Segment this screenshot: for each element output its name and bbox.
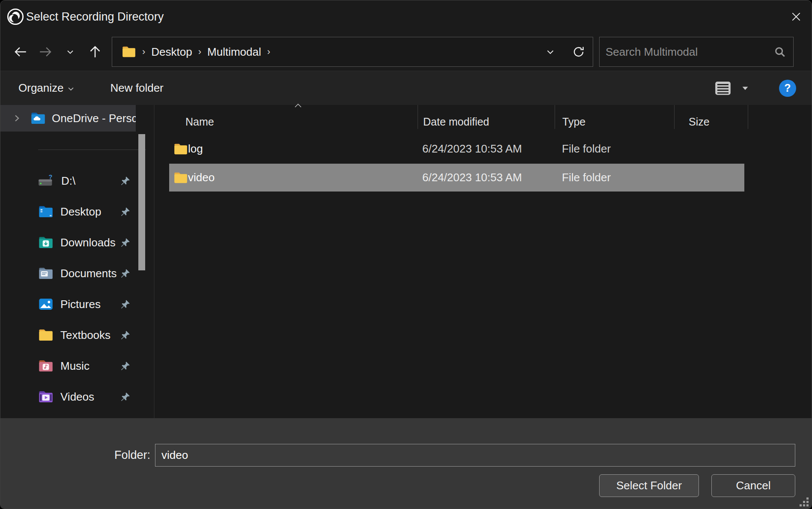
sidebar-item-pictures[interactable]: Pictures: [0, 289, 154, 320]
column-header-date-modified[interactable]: Date modified: [418, 105, 555, 129]
folder-icon: [38, 329, 54, 341]
search-icon[interactable]: [773, 45, 786, 58]
breadcrumb-item-desktop[interactable]: Desktop: [151, 45, 192, 59]
command-toolbar: Organize New folder ?: [0, 71, 812, 105]
folder-name-input[interactable]: [155, 444, 795, 467]
breadcrumb-separator: ›: [198, 46, 201, 57]
pin-icon: [120, 330, 131, 341]
breadcrumb-separator: ›: [267, 46, 270, 57]
file-row-log[interactable]: log 6/24/2023 10:53 AM File folder: [169, 135, 744, 163]
sidebar-item-downloads[interactable]: Downloads: [0, 227, 154, 258]
desktop-folder-icon: [38, 205, 54, 218]
new-folder-label: New folder: [110, 81, 164, 95]
obs-logo-icon: [6, 8, 24, 26]
close-button[interactable]: [781, 0, 812, 33]
folder-icon: [169, 172, 188, 184]
dialog-footer: Folder: Select Folder Cancel: [0, 418, 812, 509]
music-folder-icon: [38, 359, 54, 372]
sidebar-item-music[interactable]: Music: [0, 350, 154, 381]
caret-down-icon: [68, 87, 74, 91]
dialog-content: OneDrive - Persc ? D:\: [0, 105, 812, 418]
onedrive-folder-icon: [30, 112, 46, 125]
folder-icon: [122, 46, 136, 58]
view-dropdown-icon[interactable]: [742, 86, 748, 90]
file-list-pane: Name Date modified Type Size log 6/24/20…: [155, 105, 812, 418]
sidebar-item-videos[interactable]: Videos: [0, 381, 154, 412]
column-header-size[interactable]: Size: [675, 105, 748, 129]
file-name: video: [188, 171, 418, 184]
address-dropdown-icon[interactable]: [545, 46, 556, 57]
sort-ascending-icon: [294, 103, 302, 108]
videos-folder-icon: [38, 390, 54, 403]
scrollbar-thumb[interactable]: [138, 134, 145, 270]
forward-button[interactable]: [33, 38, 58, 66]
breadcrumb-item-multimodal[interactable]: Multimodal: [207, 45, 261, 59]
resize-grip-icon[interactable]: [799, 497, 809, 507]
sidebar-divider: [38, 150, 146, 150]
sidebar-item-desktop[interactable]: Desktop: [0, 196, 154, 227]
search-box: [599, 37, 794, 67]
close-icon: [791, 11, 802, 22]
forward-arrow-icon: [38, 45, 53, 59]
file-type: File folder: [555, 171, 675, 184]
sidebar-item-documents[interactable]: Documents: [0, 258, 154, 289]
folder-icon: [169, 143, 188, 155]
sidebar-item-label: Desktop: [60, 205, 101, 219]
title-bar: Select Recording Directory: [0, 0, 812, 33]
back-arrow-icon: [13, 45, 28, 59]
sidebar-item-label: OneDrive - Persc: [52, 112, 136, 125]
refresh-icon[interactable]: [572, 45, 585, 58]
sidebar-item-label: Downloads: [60, 236, 116, 249]
sidebar-item-label: Videos: [60, 390, 94, 404]
sidebar-item-label: D:\: [61, 174, 75, 188]
svg-text:?: ?: [49, 174, 53, 180]
pin-icon: [120, 268, 131, 279]
view-details-icon[interactable]: [715, 81, 731, 96]
file-row-video-selected[interactable]: video 6/24/2023 10:53 AM File folder: [169, 164, 744, 192]
pin-icon: [120, 207, 131, 217]
folder-label: Folder:: [0, 449, 155, 462]
select-folder-button[interactable]: Select Folder: [599, 474, 699, 497]
search-input[interactable]: [601, 45, 773, 59]
breadcrumb[interactable]: › Desktop › Multimodal ›: [112, 37, 593, 67]
file-name: log: [188, 142, 418, 156]
pin-icon: [120, 392, 131, 402]
breadcrumb-separator: ›: [142, 46, 145, 57]
pin-icon: [120, 176, 131, 186]
drive-icon: ?: [38, 174, 54, 188]
pin-icon: [120, 237, 131, 248]
new-folder-button[interactable]: New folder: [110, 81, 164, 95]
back-button[interactable]: [8, 38, 33, 66]
pictures-icon: [38, 298, 54, 311]
column-header-name[interactable]: Name: [155, 105, 418, 129]
downloads-folder-icon: [38, 236, 54, 249]
sidebar-item-onedrive[interactable]: OneDrive - Persc: [0, 105, 136, 132]
sidebar-item-label: Music: [60, 359, 90, 373]
column-header-type[interactable]: Type: [555, 105, 675, 129]
cancel-button[interactable]: Cancel: [711, 474, 795, 497]
navigation-pane: OneDrive - Persc ? D:\: [0, 105, 155, 418]
sidebar-scrollbar[interactable]: [138, 132, 145, 418]
documents-folder-icon: [38, 267, 54, 280]
expand-chevron-icon[interactable]: [12, 113, 22, 123]
sidebar-item-textbooks[interactable]: Textbooks: [0, 320, 154, 350]
up-arrow-icon: [87, 44, 103, 60]
sidebar-item-label: Pictures: [60, 298, 101, 311]
pin-icon: [120, 299, 131, 310]
up-button[interactable]: [83, 38, 107, 66]
file-type: File folder: [555, 142, 675, 156]
sidebar-item-label: Documents: [60, 267, 117, 280]
chevron-down-icon: [65, 47, 75, 57]
file-date-modified: 6/24/2023 10:53 AM: [418, 171, 555, 184]
navigation-bar: › Desktop › Multimodal ›: [0, 33, 812, 71]
dialog-title: Select Recording Directory: [26, 10, 164, 24]
organize-menu[interactable]: Organize: [18, 81, 74, 95]
organize-label: Organize: [18, 81, 64, 95]
sidebar-item-label: Textbooks: [60, 329, 110, 342]
sidebar-item-d-drive[interactable]: ? D:\: [0, 165, 154, 196]
pin-icon: [120, 361, 131, 371]
column-headers: Name Date modified Type Size: [155, 105, 812, 133]
help-button[interactable]: ?: [779, 80, 796, 97]
file-date-modified: 6/24/2023 10:53 AM: [418, 142, 555, 156]
recent-locations-button[interactable]: [58, 38, 83, 66]
